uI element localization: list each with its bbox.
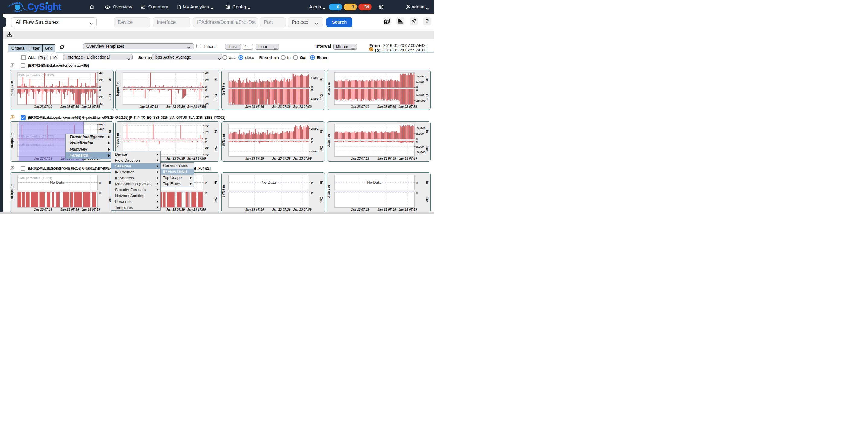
svg-text:1,000: 1,000 — [311, 97, 318, 100]
svg-text:Jan-23 07:59: Jan-23 07:59 — [81, 105, 100, 109]
svg-text:0: 0 — [205, 88, 207, 92]
svg-text:5,000: 5,000 — [416, 93, 424, 96]
svg-text:2,000: 2,000 — [310, 150, 318, 153]
svg-text:k.pps / m: k.pps / m — [116, 133, 119, 148]
svg-text:40: 40 — [99, 71, 103, 75]
svg-text:5,000: 5,000 — [416, 132, 424, 135]
svg-text:Jan-23 07:19: Jan-23 07:19 — [34, 105, 52, 109]
svg-text:SYN / m: SYN / m — [221, 82, 225, 95]
svg-text:Out: Out — [214, 146, 218, 151]
svg-text:ACK / m: ACK / m — [327, 185, 331, 198]
svg-text:0: 0 — [205, 181, 207, 184]
svg-text:Jan-23 07:59: Jan-23 07:59 — [187, 208, 206, 211]
svg-text:Jan-23 07:39: Jan-23 07:39 — [272, 208, 290, 211]
svg-text:m.bps / m: m.bps / m — [10, 183, 13, 199]
svg-text:Out: Out — [320, 94, 323, 100]
svg-text:No Data: No Data — [367, 180, 382, 185]
svg-text:20: 20 — [99, 78, 103, 82]
svg-text:Jan-23 07:59: Jan-23 07:59 — [187, 105, 206, 109]
svg-text:k.pps / m: k.pps / m — [116, 81, 119, 96]
svg-text:In: In — [320, 130, 323, 133]
svg-text:Out: Out — [425, 94, 429, 100]
svg-text:Jan-23 07:59: Jan-23 07:59 — [293, 157, 311, 160]
svg-text:In: In — [425, 130, 429, 133]
svg-text:Out: Out — [108, 94, 112, 100]
svg-text:Out: Out — [425, 146, 429, 151]
svg-text:5,000: 5,000 — [416, 80, 424, 84]
svg-text:0: 0 — [311, 88, 312, 92]
svg-text:0: 0 — [99, 191, 101, 194]
svg-text:Jan-23 07:19: Jan-23 07:19 — [351, 105, 369, 109]
svg-text:95th percentile (12.997): 95th percentile (12.997) — [19, 73, 54, 77]
svg-text:In: In — [425, 181, 429, 184]
svg-text:Jan-23 07:19: Jan-23 07:19 — [140, 105, 158, 109]
svg-text:20: 20 — [205, 130, 208, 134]
svg-text:In: In — [214, 181, 218, 184]
svg-text:0: 0 — [205, 191, 207, 194]
svg-text:40: 40 — [205, 153, 208, 156]
svg-text:400: 400 — [99, 127, 104, 131]
svg-text:Jan-23 07:59: Jan-23 07:59 — [399, 157, 417, 160]
svg-text:Out: Out — [214, 197, 218, 203]
svg-text:m.bps / m: m.bps / m — [10, 132, 13, 148]
svg-text:1,000: 1,000 — [311, 76, 318, 80]
svg-text:Jan-23 07:59: Jan-23 07:59 — [293, 105, 311, 109]
svg-text:Out: Out — [214, 94, 218, 100]
svg-text:5,000: 5,000 — [416, 145, 424, 148]
svg-text:40: 40 — [205, 71, 208, 75]
svg-text:0: 0 — [99, 181, 101, 184]
svg-text:ACK / m: ACK / m — [327, 82, 331, 95]
svg-text:Jan-23 07:19: Jan-23 07:19 — [245, 105, 264, 109]
svg-text:In: In — [425, 78, 429, 81]
svg-text:Jan-23 07:39: Jan-23 07:39 — [166, 208, 185, 211]
svg-text:0: 0 — [311, 140, 312, 143]
svg-text:No Data: No Data — [50, 180, 64, 185]
svg-text:In: In — [108, 130, 112, 133]
svg-text:Jan-23 07:39: Jan-23 07:39 — [272, 105, 290, 109]
svg-text:20: 20 — [99, 95, 103, 98]
svg-text:Jan-23 07:19: Jan-23 07:19 — [245, 208, 264, 211]
svg-text:Jan-23 07:59: Jan-23 07:59 — [399, 105, 417, 109]
svg-text:0: 0 — [416, 181, 418, 184]
svg-text:In: In — [214, 78, 218, 81]
svg-text:m.bps / m: m.bps / m — [10, 81, 13, 96]
svg-text:Jan-23 07:59: Jan-23 07:59 — [399, 208, 417, 211]
svg-text:600: 600 — [99, 123, 104, 126]
svg-text:20: 20 — [205, 78, 208, 82]
svg-text:95th percentile (0.000): 95th percentile (0.000) — [19, 176, 52, 180]
svg-text:Jan-23 07:39: Jan-23 07:39 — [166, 105, 185, 109]
svg-text:Jan-23 07:59: Jan-23 07:59 — [187, 157, 206, 160]
svg-text:Jan-23 07:59: Jan-23 07:59 — [81, 208, 100, 211]
svg-text:Jan-23 07:39: Jan-23 07:39 — [166, 157, 185, 160]
svg-text:0: 0 — [416, 140, 418, 143]
svg-text:Jan-23 07:19: Jan-23 07:19 — [351, 157, 369, 160]
svg-text:0: 0 — [99, 88, 101, 92]
svg-text:40: 40 — [205, 124, 208, 127]
svg-text:Jan-23 07:39: Jan-23 07:39 — [60, 105, 79, 109]
svg-text:Jan-23 07:39: Jan-23 07:39 — [377, 105, 396, 109]
svg-text:In: In — [108, 78, 112, 81]
svg-text:In: In — [320, 78, 323, 81]
svg-text:0: 0 — [205, 140, 207, 143]
svg-text:Jan-23 07:19: Jan-23 07:19 — [245, 157, 264, 160]
svg-text:10,000: 10,000 — [416, 151, 426, 154]
svg-text:Jan-23 07:39: Jan-23 07:39 — [272, 157, 290, 160]
svg-text:0: 0 — [416, 88, 418, 92]
svg-text:20: 20 — [205, 95, 208, 98]
svg-text:Jan-23 07:39: Jan-23 07:39 — [60, 208, 79, 211]
svg-text:20: 20 — [205, 146, 208, 149]
svg-text:SYN / m: SYN / m — [221, 134, 225, 147]
svg-text:Out: Out — [320, 146, 323, 151]
svg-text:Jan-23 07:39: Jan-23 07:39 — [377, 208, 396, 211]
svg-text:In: In — [320, 181, 323, 184]
svg-text:Jan-23 07:39: Jan-23 07:39 — [377, 157, 396, 160]
svg-text:SYN / m: SYN / m — [221, 185, 225, 198]
svg-text:Jan-23 07:59: Jan-23 07:59 — [293, 208, 311, 211]
svg-text:10,000: 10,000 — [416, 99, 426, 102]
svg-text:Jan-23 07:19: Jan-23 07:19 — [34, 208, 52, 211]
svg-text:In: In — [214, 130, 218, 133]
svg-text:ACK / m: ACK / m — [327, 133, 331, 147]
svg-text:Out: Out — [320, 197, 323, 203]
svg-text:10,000: 10,000 — [416, 75, 426, 78]
svg-text:2,000: 2,000 — [310, 127, 318, 130]
